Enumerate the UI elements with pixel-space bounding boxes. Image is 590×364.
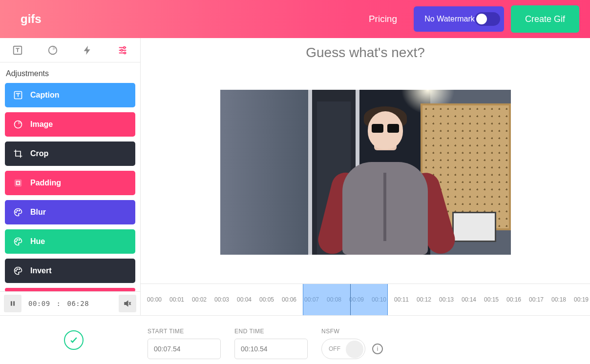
timeline-selection[interactable] — [303, 284, 388, 315]
tab-effects[interactable] — [70, 38, 105, 62]
adjustment-label: Hue — [30, 237, 45, 246]
timeline-tick: 00:19 — [572, 296, 590, 303]
palette-icon — [13, 265, 23, 276]
adjustment-padding[interactable]: Padding — [5, 171, 135, 195]
adjustment-caption[interactable]: Caption — [5, 83, 135, 107]
logo: gifs — [21, 12, 42, 26]
svg-point-4 — [124, 52, 126, 54]
tab-timer[interactable] — [35, 38, 70, 62]
svg-point-12 — [16, 241, 17, 242]
text-frame-icon — [12, 45, 23, 56]
start-time-label: START TIME — [148, 328, 221, 335]
timeline-tick: 00:00 — [146, 296, 163, 303]
svg-rect-7 — [15, 180, 21, 186]
svg-point-14 — [19, 240, 20, 241]
timeline-tick: 00:05 — [258, 296, 275, 303]
timeline-tick: 00:03 — [213, 296, 231, 303]
svg-rect-18 — [11, 301, 12, 305]
mute-icon — [123, 299, 132, 308]
timeline-tick: 00:11 — [393, 296, 410, 303]
adjustments-heading: Adjustments — [6, 69, 134, 78]
app-header: gifs Pricing No Watermark Create Gif — [0, 0, 590, 38]
svg-point-13 — [17, 240, 18, 241]
no-watermark-label: No Watermark — [424, 15, 475, 23]
timeline[interactable]: 00:0000:0100:0200:0300:0400:0500:0600:07… — [141, 283, 590, 315]
timer-icon — [47, 45, 58, 56]
pricing-link[interactable]: Pricing — [369, 14, 397, 24]
confirm-button[interactable] — [64, 330, 84, 350]
adjustment-label: Caption — [30, 91, 60, 100]
tool-tabbar — [0, 38, 140, 62]
adjustments-list[interactable]: Adjustments Caption Image Crop Padding B… — [0, 62, 140, 291]
tab-text[interactable] — [0, 38, 35, 62]
adjustment-blur[interactable]: Blur — [5, 200, 135, 224]
pause-icon — [9, 300, 16, 307]
timeline-tick: 00:02 — [190, 296, 208, 303]
video-preview[interactable] — [220, 90, 511, 255]
caption-icon — [13, 90, 23, 101]
video-title: Guess what's next? — [141, 38, 590, 61]
adjustment-more[interactable] — [5, 288, 135, 291]
playbar: 00:09 : 06:28 — [0, 291, 140, 315]
end-time-input[interactable] — [234, 339, 308, 359]
timeline-tick: 00:04 — [235, 296, 253, 303]
svg-point-11 — [19, 210, 20, 211]
padding-icon — [13, 178, 23, 188]
timeline-tick: 00:17 — [527, 296, 545, 303]
timeline-tick: 00:06 — [280, 296, 298, 303]
adjustment-label: Invert — [30, 266, 52, 275]
sliders-icon — [117, 45, 128, 56]
nsfw-state: OFF — [329, 345, 340, 352]
tab-adjustments[interactable] — [105, 38, 140, 62]
playhead-time: 00:09 : 06:28 — [28, 300, 89, 307]
svg-rect-19 — [13, 301, 15, 305]
no-watermark-toggle[interactable]: No Watermark — [414, 6, 504, 32]
bottom-bar: START TIME END TIME NSFW OFF i — [0, 315, 590, 364]
adjustment-label: Image — [30, 120, 53, 129]
adjustment-image[interactable]: Image — [5, 112, 135, 137]
svg-point-16 — [17, 269, 18, 270]
adjustment-label: Blur — [30, 208, 46, 217]
check-icon — [69, 335, 79, 345]
info-button[interactable]: i — [372, 344, 383, 354]
pause-button[interactable] — [4, 295, 21, 312]
timeline-tick: 00:13 — [438, 296, 455, 303]
create-gif-button[interactable]: Create Gif — [511, 5, 579, 33]
sidebar: Adjustments Caption Image Crop Padding B… — [0, 38, 141, 315]
timeline-tick: 00:18 — [550, 296, 568, 303]
mute-button[interactable] — [119, 295, 136, 312]
timeline-tick: 00:15 — [483, 296, 500, 303]
end-time-label: END TIME — [234, 328, 308, 335]
timeline-tick: 00:14 — [460, 296, 478, 303]
bolt-icon — [82, 45, 93, 56]
toggle-switch[interactable] — [475, 12, 500, 26]
adjustment-hue[interactable]: Hue — [5, 229, 135, 254]
image-icon — [13, 119, 23, 130]
palette-icon — [13, 207, 23, 218]
timeline-tick: 00:01 — [168, 296, 186, 303]
adjustment-label: Crop — [30, 149, 48, 158]
svg-point-10 — [17, 210, 18, 211]
svg-point-9 — [16, 212, 17, 213]
adjustment-label: Padding — [30, 179, 61, 187]
svg-point-2 — [124, 46, 126, 48]
palette-icon — [13, 236, 23, 247]
timeline-tick: 00:16 — [505, 296, 523, 303]
crop-icon — [13, 148, 23, 159]
info-icon: i — [377, 345, 379, 352]
nsfw-label: NSFW — [321, 328, 383, 335]
nsfw-toggle[interactable]: OFF — [321, 339, 365, 359]
adjustment-crop[interactable]: Crop — [5, 142, 135, 166]
svg-point-3 — [121, 49, 123, 51]
start-time-input[interactable] — [148, 339, 221, 359]
svg-point-15 — [16, 270, 17, 271]
adjustment-invert[interactable]: Invert — [5, 259, 135, 283]
svg-point-17 — [19, 269, 20, 270]
timeline-tick: 00:12 — [415, 296, 433, 303]
